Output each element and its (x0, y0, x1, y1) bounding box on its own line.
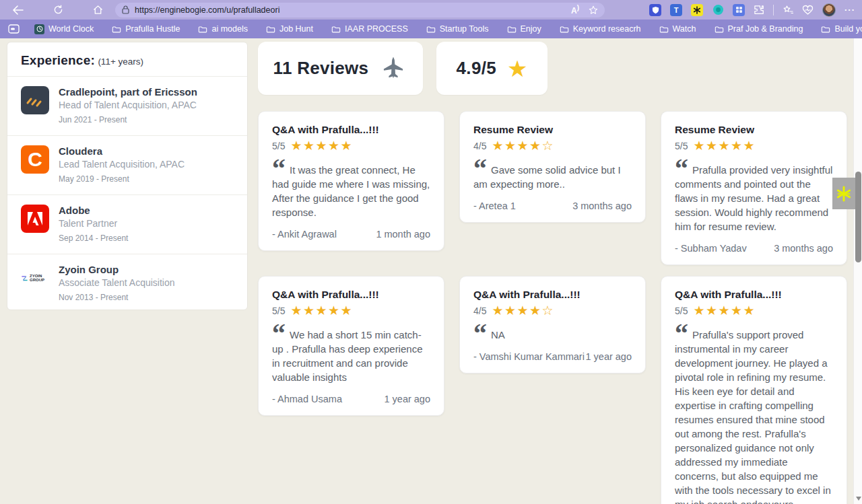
lock-icon (122, 5, 129, 14)
back-button[interactable] (12, 5, 24, 15)
folder-icon (507, 25, 517, 34)
experience-title: Experience: (21, 53, 95, 67)
zyoin-logo-icon: ZYOIN GROUP (21, 264, 49, 292)
toolbar-divider (773, 5, 774, 15)
review-footer: - Aretea 13 months ago (473, 201, 632, 211)
bookmark-label: Praf Job & Branding (728, 24, 803, 34)
review-quote-text: We had a short 15 min catch-up . Prafull… (272, 329, 422, 383)
review-quote: “We had a short 15 min catch-up . Praful… (272, 328, 430, 384)
bookmark-item[interactable]: Keyword reseacrh (560, 24, 641, 34)
review-card[interactable]: Resume Review4/5★★★★☆“Gave some solid ad… (459, 111, 646, 223)
experience-dates: Jun 2021 - Present (59, 115, 197, 124)
jet-icon (379, 55, 407, 82)
adobe-logo-icon (21, 205, 49, 233)
experience-dates: Nov 2013 - Present (59, 293, 175, 302)
review-title: Q&A with Prafulla...!!! (272, 289, 430, 301)
experience-item-info: ClouderaLead Talent Acquisition, APACMay… (59, 145, 185, 184)
experience-item-adobe[interactable]: AdobeTalent PartnerSep 2014 - Present (7, 194, 247, 254)
profile-avatar[interactable] (822, 3, 836, 17)
bookmark-item[interactable]: Enjoy (507, 24, 541, 34)
bookmark-item[interactable]: Watch (659, 24, 696, 34)
review-footer: - Ankit Agrawal1 month ago (272, 229, 430, 240)
review-time: 1 month ago (376, 229, 430, 240)
review-rating-row: 4/5★★★★☆ (473, 139, 632, 152)
bookmark-label: Prafulla Hustle (125, 24, 180, 34)
review-time: 1 year ago (384, 394, 430, 404)
bookmark-item[interactable]: IAAR PROCESS (331, 24, 408, 34)
t-extension-icon[interactable]: T (670, 4, 682, 16)
reviews-count-label: 11 Reviews (273, 58, 369, 79)
collections-icon[interactable] (783, 5, 793, 15)
review-stars-icon: ★★★★★ (693, 304, 756, 317)
review-title: Resume Review (473, 124, 632, 136)
shield-extension-icon[interactable] (649, 4, 661, 16)
review-quote: “Prafulla's support proved instrumental … (675, 328, 833, 504)
experience-dates: Sep 2014 - Present (59, 233, 128, 243)
settings-more-icon[interactable]: ··· (844, 5, 855, 15)
tab-actions-icon[interactable] (8, 24, 20, 34)
experience-role: Lead Talent Acquisition, APAC (59, 159, 185, 170)
experience-role: Head of Talent Acquisition, APAC (59, 100, 197, 110)
bookmark-item[interactable]: Praf Job & Branding (715, 24, 803, 34)
address-bar[interactable]: https://enginebogie.com/u/prafulladeori … (115, 3, 605, 17)
review-quote: “Gave some solid advice but I am expecti… (473, 163, 632, 191)
refresh-button[interactable] (53, 5, 63, 15)
clock-icon (34, 24, 44, 34)
bookmark-label: Startup Tools (440, 24, 489, 34)
review-time: 3 months ago (572, 201, 632, 211)
review-stars-icon: ★★★★☆ (492, 304, 554, 317)
url-text[interactable]: https://enginebogie.com/u/prafulladeori (135, 5, 566, 15)
folder-icon (715, 25, 724, 34)
review-card[interactable]: Q&A with Prafulla...!!!5/5★★★★★“Prafulla… (661, 276, 847, 504)
review-stars-icon: ★★★★★ (290, 139, 353, 152)
floating-asterisk-extension-button[interactable] (832, 178, 855, 209)
extensions-puzzle-icon[interactable] (754, 5, 764, 15)
review-rating-row: 5/5★★★★★ (675, 139, 833, 152)
review-time: 3 months ago (774, 243, 833, 254)
review-card[interactable]: Q&A with Prafulla...!!!4/5★★★★☆“NA- Vams… (459, 276, 646, 373)
bookmark-item[interactable]: ai models (198, 24, 248, 34)
review-quote-text: Prafulla provided very insightful commen… (675, 164, 832, 232)
asterisk-extension-icon[interactable] (691, 4, 703, 16)
folder-icon (426, 25, 436, 34)
bookmark-label: Enjoy (521, 24, 541, 34)
experience-item-zyoin[interactable]: ZYOIN GROUPZyoin GroupAssociate Talent A… (7, 254, 247, 313)
folder-icon (331, 25, 341, 34)
bookmark-label: ai models (211, 24, 248, 34)
review-footer: - Subham Yadav3 months ago (675, 243, 833, 254)
bookmark-item[interactable]: Build your AI agent (821, 24, 862, 34)
scrollbar-thumb[interactable] (855, 172, 861, 262)
bookmark-item[interactable]: Job Hunt (266, 24, 313, 34)
browser-essentials-icon[interactable] (802, 5, 814, 15)
review-card[interactable]: Resume Review5/5★★★★★“Prafulla provided … (661, 111, 847, 265)
experience-item-cloudera[interactable]: CClouderaLead Talent Acquisition, APACMa… (7, 135, 247, 194)
read-aloud-icon[interactable]: A) (571, 4, 579, 15)
experience-panel: Experience: (11+ years) Cradlepoint, par… (7, 42, 248, 310)
teal-circle-extension-icon[interactable] (712, 4, 724, 16)
home-button[interactable] (93, 5, 103, 15)
quote-icon: “ (473, 318, 487, 349)
page-content: Experience: (11+ years) Cradlepoint, par… (0, 38, 862, 504)
review-card[interactable]: Q&A with Prafulla...!!!5/5★★★★★“It was t… (258, 111, 444, 251)
browser-topbar: https://enginebogie.com/u/prafulladeori … (0, 0, 862, 20)
experience-item-info: Zyoin GroupAssociate Talent AcquisitionN… (59, 264, 175, 302)
experience-role: Associate Talent Acquisition (59, 277, 175, 288)
cloudera-logo-letter: C (28, 148, 42, 171)
rating-card: 4.9/5 ★ (436, 42, 548, 95)
folder-icon (198, 25, 207, 34)
page-scrollbar[interactable] (853, 38, 862, 504)
bookmark-item[interactable]: World Clock (34, 24, 94, 34)
review-card[interactable]: Q&A with Prafulla...!!!5/5★★★★★“We had a… (258, 276, 444, 416)
review-author: - Subham Yadav (675, 243, 747, 254)
review-quote: “NA (473, 328, 632, 342)
bookmark-item[interactable]: Startup Tools (426, 24, 489, 34)
experience-company: Zyoin Group (59, 264, 175, 275)
stats-row: 11 Reviews 4.9/5 ★ (258, 42, 847, 95)
scrollbar-down-arrow[interactable] (856, 497, 861, 501)
bookmark-item[interactable]: Prafulla Hustle (112, 24, 180, 34)
review-score: 4/5 (473, 305, 486, 316)
experience-item-cradlepoint[interactable]: Cradlepoint, part of EricssonHead of Tal… (7, 76, 247, 135)
grid-extension-icon[interactable] (733, 4, 745, 16)
favorite-star-icon[interactable] (589, 5, 598, 15)
reviews-grid: Q&A with Prafulla...!!!5/5★★★★★“It was t… (258, 111, 847, 504)
